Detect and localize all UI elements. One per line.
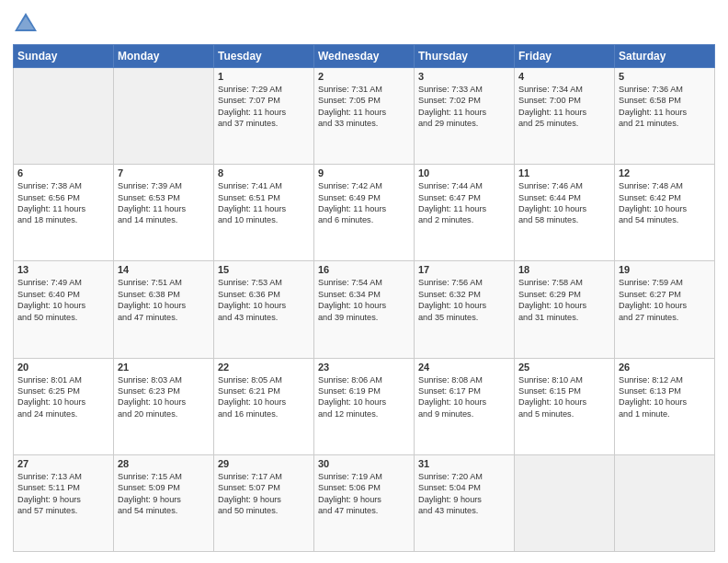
day-number: 2 [318, 71, 410, 82]
day-info: Sunrise: 7:38 AM Sunset: 6:56 PM Dayligh… [17, 180, 109, 226]
calendar-day-cell: 21Sunrise: 8:03 AM Sunset: 6:23 PM Dayli… [114, 358, 214, 454]
day-number: 30 [318, 458, 410, 469]
day-number: 11 [518, 167, 610, 178]
day-info: Sunrise: 7:41 AM Sunset: 6:51 PM Dayligh… [218, 180, 310, 226]
calendar-day-cell: 13Sunrise: 7:49 AM Sunset: 6:40 PM Dayli… [14, 261, 114, 358]
day-number: 26 [619, 362, 711, 373]
calendar-day-cell: 24Sunrise: 8:08 AM Sunset: 6:17 PM Dayli… [415, 358, 515, 454]
calendar-day-cell [515, 454, 615, 551]
weekday-header: Monday [114, 45, 214, 68]
calendar-week-row: 20Sunrise: 8:01 AM Sunset: 6:25 PM Dayli… [14, 358, 715, 454]
day-number: 17 [418, 264, 510, 275]
calendar-day-cell: 7Sunrise: 7:39 AM Sunset: 6:53 PM Daylig… [114, 165, 214, 261]
calendar-day-cell [14, 68, 114, 165]
day-info: Sunrise: 7:20 AM Sunset: 5:04 PM Dayligh… [418, 471, 510, 517]
calendar-week-row: 27Sunrise: 7:13 AM Sunset: 5:11 PM Dayli… [14, 454, 715, 551]
weekday-header: Saturday [615, 45, 715, 68]
day-number: 7 [118, 167, 210, 178]
day-number: 1 [218, 71, 310, 82]
day-number: 25 [518, 362, 610, 373]
day-info: Sunrise: 8:01 AM Sunset: 6:25 PM Dayligh… [17, 374, 109, 420]
calendar-day-cell: 20Sunrise: 8:01 AM Sunset: 6:25 PM Dayli… [14, 358, 114, 454]
calendar-day-cell: 31Sunrise: 7:20 AM Sunset: 5:04 PM Dayli… [415, 454, 515, 551]
day-info: Sunrise: 7:49 AM Sunset: 6:40 PM Dayligh… [17, 277, 109, 323]
day-info: Sunrise: 7:19 AM Sunset: 5:06 PM Dayligh… [318, 471, 410, 517]
day-number: 13 [17, 264, 109, 275]
calendar-day-cell: 30Sunrise: 7:19 AM Sunset: 5:06 PM Dayli… [314, 454, 415, 551]
day-number: 5 [619, 71, 711, 82]
day-number: 15 [218, 264, 310, 275]
weekday-header: Wednesday [314, 45, 415, 68]
day-number: 23 [318, 362, 410, 373]
day-number: 24 [418, 362, 510, 373]
weekday-header: Thursday [415, 45, 515, 68]
calendar-week-row: 6Sunrise: 7:38 AM Sunset: 6:56 PM Daylig… [14, 165, 715, 261]
weekday-header: Tuesday [214, 45, 314, 68]
day-number: 20 [17, 362, 109, 373]
calendar-day-cell: 14Sunrise: 7:51 AM Sunset: 6:38 PM Dayli… [114, 261, 214, 358]
calendar-day-cell: 3Sunrise: 7:33 AM Sunset: 7:02 PM Daylig… [415, 68, 515, 165]
day-info: Sunrise: 7:39 AM Sunset: 6:53 PM Dayligh… [118, 180, 210, 226]
day-number: 16 [318, 264, 410, 275]
day-info: Sunrise: 7:54 AM Sunset: 6:34 PM Dayligh… [318, 277, 410, 323]
calendar-table: SundayMondayTuesdayWednesdayThursdayFrid… [13, 44, 715, 552]
day-number: 31 [418, 458, 510, 469]
calendar-day-cell: 12Sunrise: 7:48 AM Sunset: 6:42 PM Dayli… [615, 165, 715, 261]
day-info: Sunrise: 7:36 AM Sunset: 6:58 PM Dayligh… [619, 84, 711, 130]
calendar-day-cell: 1Sunrise: 7:29 AM Sunset: 7:07 PM Daylig… [214, 68, 314, 165]
day-number: 3 [418, 71, 510, 82]
calendar-day-cell: 22Sunrise: 8:05 AM Sunset: 6:21 PM Dayli… [214, 358, 314, 454]
calendar-day-cell: 8Sunrise: 7:41 AM Sunset: 6:51 PM Daylig… [214, 165, 314, 261]
calendar-day-cell: 9Sunrise: 7:42 AM Sunset: 6:49 PM Daylig… [314, 165, 415, 261]
day-info: Sunrise: 7:15 AM Sunset: 5:09 PM Dayligh… [118, 471, 210, 517]
day-info: Sunrise: 7:59 AM Sunset: 6:27 PM Dayligh… [619, 277, 711, 323]
calendar-header-row: SundayMondayTuesdayWednesdayThursdayFrid… [14, 45, 715, 68]
calendar-day-cell: 18Sunrise: 7:58 AM Sunset: 6:29 PM Dayli… [515, 261, 615, 358]
calendar-day-cell: 15Sunrise: 7:53 AM Sunset: 6:36 PM Dayli… [214, 261, 314, 358]
day-info: Sunrise: 8:05 AM Sunset: 6:21 PM Dayligh… [218, 374, 310, 420]
generalblue-icon [13, 11, 39, 37]
day-info: Sunrise: 7:17 AM Sunset: 5:07 PM Dayligh… [218, 471, 310, 517]
calendar-day-cell: 4Sunrise: 7:34 AM Sunset: 7:00 PM Daylig… [515, 68, 615, 165]
header [13, 11, 715, 37]
calendar-day-cell: 23Sunrise: 8:06 AM Sunset: 6:19 PM Dayli… [314, 358, 415, 454]
day-info: Sunrise: 7:56 AM Sunset: 6:32 PM Dayligh… [418, 277, 510, 323]
day-info: Sunrise: 7:42 AM Sunset: 6:49 PM Dayligh… [318, 180, 410, 226]
calendar-week-row: 1Sunrise: 7:29 AM Sunset: 7:07 PM Daylig… [14, 68, 715, 165]
day-number: 14 [118, 264, 210, 275]
weekday-header: Sunday [14, 45, 114, 68]
day-number: 19 [619, 264, 711, 275]
day-info: Sunrise: 7:44 AM Sunset: 6:47 PM Dayligh… [418, 180, 510, 226]
day-number: 22 [218, 362, 310, 373]
day-info: Sunrise: 7:58 AM Sunset: 6:29 PM Dayligh… [518, 277, 610, 323]
day-info: Sunrise: 8:08 AM Sunset: 6:17 PM Dayligh… [418, 374, 510, 420]
day-info: Sunrise: 8:10 AM Sunset: 6:15 PM Dayligh… [518, 374, 610, 420]
calendar-day-cell: 16Sunrise: 7:54 AM Sunset: 6:34 PM Dayli… [314, 261, 415, 358]
calendar-day-cell: 27Sunrise: 7:13 AM Sunset: 5:11 PM Dayli… [14, 454, 114, 551]
day-number: 8 [218, 167, 310, 178]
calendar-day-cell: 11Sunrise: 7:46 AM Sunset: 6:44 PM Dayli… [515, 165, 615, 261]
day-number: 21 [118, 362, 210, 373]
calendar-week-row: 13Sunrise: 7:49 AM Sunset: 6:40 PM Dayli… [14, 261, 715, 358]
day-number: 6 [17, 167, 109, 178]
calendar-day-cell: 10Sunrise: 7:44 AM Sunset: 6:47 PM Dayli… [415, 165, 515, 261]
day-info: Sunrise: 7:29 AM Sunset: 7:07 PM Dayligh… [218, 84, 310, 130]
logo [13, 11, 42, 37]
day-number: 28 [118, 458, 210, 469]
day-number: 10 [418, 167, 510, 178]
day-info: Sunrise: 8:03 AM Sunset: 6:23 PM Dayligh… [118, 374, 210, 420]
calendar-day-cell [114, 68, 214, 165]
day-info: Sunrise: 7:46 AM Sunset: 6:44 PM Dayligh… [518, 180, 610, 226]
calendar-day-cell: 19Sunrise: 7:59 AM Sunset: 6:27 PM Dayli… [615, 261, 715, 358]
calendar-day-cell: 28Sunrise: 7:15 AM Sunset: 5:09 PM Dayli… [114, 454, 214, 551]
day-info: Sunrise: 8:06 AM Sunset: 6:19 PM Dayligh… [318, 374, 410, 420]
calendar-day-cell: 26Sunrise: 8:12 AM Sunset: 6:13 PM Dayli… [615, 358, 715, 454]
day-info: Sunrise: 7:31 AM Sunset: 7:05 PM Dayligh… [318, 84, 410, 130]
day-number: 12 [619, 167, 711, 178]
calendar-day-cell [615, 454, 715, 551]
calendar-day-cell: 6Sunrise: 7:38 AM Sunset: 6:56 PM Daylig… [14, 165, 114, 261]
day-info: Sunrise: 7:34 AM Sunset: 7:00 PM Dayligh… [518, 84, 610, 130]
day-number: 9 [318, 167, 410, 178]
weekday-header: Friday [515, 45, 615, 68]
day-info: Sunrise: 7:51 AM Sunset: 6:38 PM Dayligh… [118, 277, 210, 323]
